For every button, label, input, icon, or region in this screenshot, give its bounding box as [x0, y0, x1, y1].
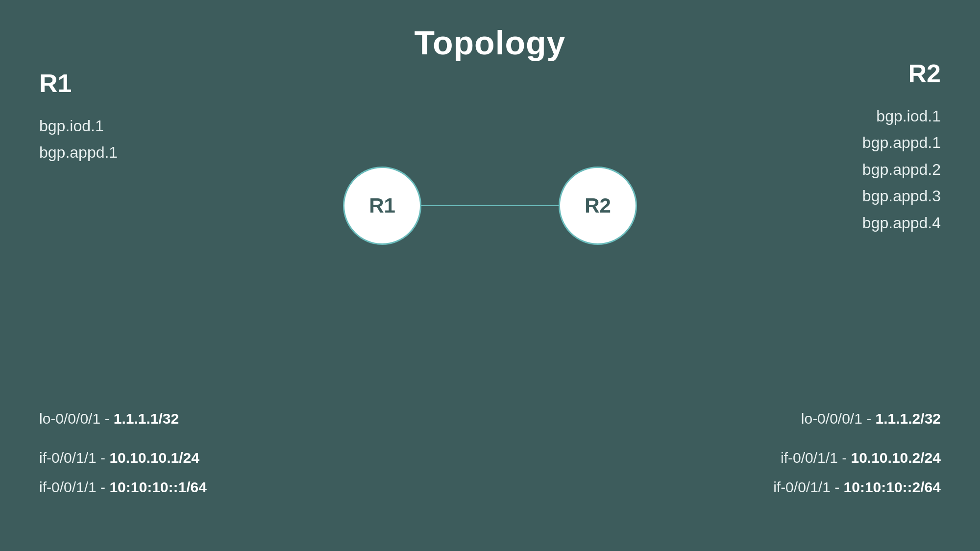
r2-daemon-2: bgp.appd.1: [862, 129, 941, 156]
topology-diagram: R1 R2: [343, 157, 637, 255]
r1-daemon-1: bgp.iod.1: [39, 113, 118, 139]
r1-daemon-2: bgp.appd.1: [39, 139, 118, 166]
r1-node: R1: [343, 167, 421, 245]
r2-daemon-3: bgp.appd.2: [862, 156, 941, 183]
r1-if-ipv6: if-0/0/1/1 - 10:10:10::1/64: [39, 473, 207, 502]
r2-if-ipv4: if-0/0/1/1 - 10.10.10.2/24: [773, 443, 941, 473]
r2-panel: R2 bgp.iod.1 bgp.appd.1 bgp.appd.2 bgp.a…: [862, 59, 941, 236]
r2-daemon-1: bgp.iod.1: [862, 103, 941, 129]
r1-label: R1: [39, 69, 118, 98]
r1-panel: R1 bgp.iod.1 bgp.appd.1: [39, 69, 118, 166]
r2-loopback: lo-0/0/0/1 - 1.1.1.2/32: [773, 404, 941, 433]
r2-daemons: bgp.iod.1 bgp.appd.1 bgp.appd.2 bgp.appd…: [862, 103, 941, 236]
page-title: Topology: [0, 0, 980, 62]
connector-line: [421, 205, 559, 206]
r2-if-ipv6: if-0/0/1/1 - 10:10:10::2/64: [773, 473, 941, 502]
r2-interface-info: lo-0/0/0/1 - 1.1.1.2/32 if-0/0/1/1 - 10.…: [773, 404, 941, 502]
r1-if-ipv4: if-0/0/1/1 - 10.10.10.1/24: [39, 443, 207, 473]
r1-interface-info: lo-0/0/0/1 - 1.1.1.1/32 if-0/0/1/1 - 10.…: [39, 404, 207, 502]
r2-daemon-5: bgp.appd.4: [862, 210, 941, 236]
r2-daemon-4: bgp.appd.3: [862, 183, 941, 209]
r2-node: R2: [559, 167, 637, 245]
r1-daemons: bgp.iod.1 bgp.appd.1: [39, 113, 118, 166]
r1-loopback: lo-0/0/0/1 - 1.1.1.1/32: [39, 404, 207, 433]
r2-label: R2: [862, 59, 941, 88]
